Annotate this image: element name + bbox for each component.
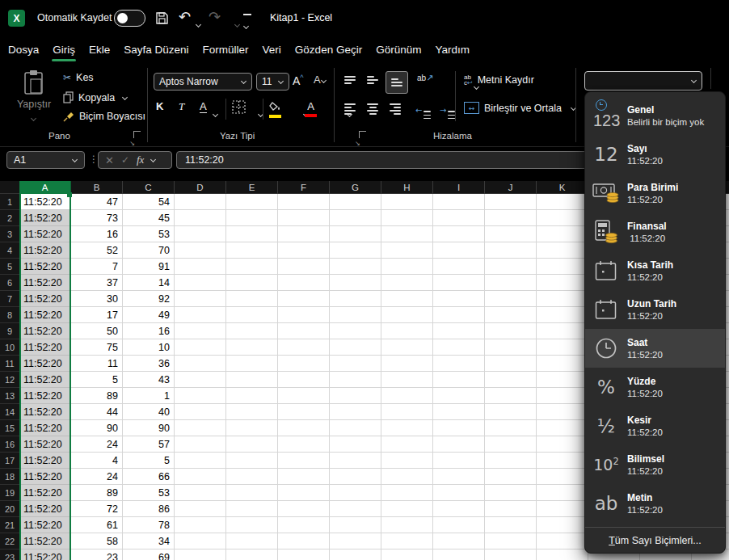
column-header-D[interactable]: D <box>175 181 226 194</box>
tab-giris[interactable]: Giriş <box>53 36 75 63</box>
cell-B10[interactable]: 75 <box>71 339 123 356</box>
cell-C17[interactable]: 5 <box>123 453 175 469</box>
insert-function-icon[interactable]: fx <box>137 154 144 166</box>
cell-C1[interactable]: 54 <box>123 194 175 210</box>
column-header-G[interactable]: G <box>330 181 381 194</box>
format-option-currency[interactable]: Para Birimi11:52:20 <box>585 174 725 213</box>
font-family-combo[interactable]: Aptos Narrow <box>154 73 252 91</box>
cell-B15[interactable]: 90 <box>71 420 123 436</box>
format-painter-button[interactable]: Biçim Boyacısı <box>63 111 145 122</box>
align-middle-icon[interactable] <box>367 76 378 84</box>
tab-gozden-gecir[interactable]: Gözden Geçir <box>295 36 362 63</box>
row-header-5[interactable]: 5 <box>0 259 19 275</box>
cell-C6[interactable]: 14 <box>123 275 175 291</box>
cell-C16[interactable]: 57 <box>123 436 175 453</box>
paste-button[interactable]: Yapıştır <box>11 69 57 124</box>
row-header-10[interactable]: 10 <box>0 339 19 356</box>
column-header-B[interactable]: B <box>71 181 123 194</box>
row-header-12[interactable]: 12 <box>0 372 19 388</box>
orientation-icon[interactable]: ab↗ <box>417 73 433 83</box>
underline-dropdown-icon[interactable] <box>213 112 218 117</box>
selected-column-a[interactable]: 11:52:2011:52:2011:52:2011:52:2011:52:20… <box>19 194 71 560</box>
format-option-percent[interactable]: %Yüzde11:52:20 <box>585 368 725 406</box>
align-left-icon[interactable] <box>344 103 356 115</box>
excel-logo-icon[interactable] <box>8 10 25 27</box>
cell-C12[interactable]: 43 <box>123 372 175 388</box>
cell-B6[interactable]: 37 <box>71 275 123 291</box>
format-option-short-date[interactable]: Kısa Tarih11:52:20 <box>585 251 725 290</box>
cell-C23[interactable]: 69 <box>123 549 175 560</box>
borders-icon[interactable] <box>232 100 246 114</box>
decrease-indent-icon[interactable]: ← <box>415 102 431 119</box>
redo-icon[interactable]: ↷ <box>209 8 221 25</box>
cell-B17[interactable]: 4 <box>71 453 123 469</box>
cell-A8[interactable]: 11:52:20 <box>21 307 70 323</box>
cell-B23[interactable]: 23 <box>71 549 123 560</box>
cell-C18[interactable]: 66 <box>123 469 175 485</box>
column-header-J[interactable]: J <box>485 181 537 194</box>
number-format-combo[interactable] <box>584 71 702 91</box>
cell-C10[interactable]: 10 <box>123 339 175 356</box>
format-option-time[interactable]: Saat11:52:20 <box>585 329 725 368</box>
cell-A7[interactable]: 11:52:20 <box>21 291 70 307</box>
font-size-combo[interactable]: 11 <box>256 73 289 91</box>
cell-A2[interactable]: 11:52:20 <box>21 210 70 226</box>
autosave-toggle[interactable] <box>114 10 145 27</box>
redo-dropdown-icon[interactable] <box>235 23 240 27</box>
row-header-16[interactable]: 16 <box>0 436 19 453</box>
cell-B4[interactable]: 52 <box>71 242 123 259</box>
cell-A1[interactable]: 11:52:20 <box>21 194 70 210</box>
decrease-font-icon[interactable]: A <box>314 74 327 86</box>
row-header-19[interactable]: 19 <box>0 485 19 501</box>
cell-A4[interactable]: 11:52:20 <box>21 242 70 259</box>
cell-B7[interactable]: 30 <box>71 291 123 307</box>
format-option-long-date[interactable]: Uzun Tarih11:52:20 <box>585 290 725 329</box>
cell-B8[interactable]: 17 <box>71 307 123 323</box>
cell-A14[interactable]: 11:52:20 <box>21 404 70 420</box>
cell-A3[interactable]: 11:52:20 <box>21 226 70 242</box>
row-header-4[interactable]: 4 <box>0 242 19 259</box>
cell-C4[interactable]: 70 <box>123 242 175 259</box>
cell-A9[interactable]: 11:52:20 <box>21 323 70 339</box>
align-top-icon[interactable] <box>344 76 356 84</box>
align-bottom-button[interactable] <box>386 71 408 94</box>
increase-font-icon[interactable]: A^ <box>293 74 304 87</box>
increase-indent-icon[interactable]: → <box>440 102 455 119</box>
merge-center-button[interactable]: ↔ Birleştir ve Ortala <box>464 102 576 114</box>
row-header-22[interactable]: 22 <box>0 533 19 549</box>
format-option-fraction[interactable]: ½Kesir11:52:20 <box>585 406 725 445</box>
all-number-formats-item[interactable]: Tüm Sayı Biçimleri... <box>585 528 725 553</box>
align-right-icon[interactable] <box>390 103 401 115</box>
undo-dropdown-icon[interactable] <box>196 23 201 27</box>
fill-color-button[interactable] <box>269 99 281 118</box>
tab-veri[interactable]: Veri <box>263 36 281 63</box>
cell-A15[interactable]: 11:52:20 <box>21 420 70 436</box>
selection-handle[interactable] <box>67 192 72 197</box>
underline-button[interactable]: A <box>200 100 207 113</box>
cell-A23[interactable]: 11:52:20 <box>21 549 70 560</box>
cell-A17[interactable]: 11:52:20 <box>21 453 70 469</box>
row-header-15[interactable]: 15 <box>0 420 19 436</box>
row-header-9[interactable]: 9 <box>0 323 19 339</box>
cell-C20[interactable]: 86 <box>123 501 175 517</box>
cell-B21[interactable]: 61 <box>71 517 123 533</box>
cell-A18[interactable]: 11:52:20 <box>21 469 70 485</box>
row-header-11[interactable]: 11 <box>0 356 19 372</box>
tab-yardim[interactable]: Yardım <box>435 36 470 63</box>
row-header-17[interactable]: 17 <box>0 453 19 469</box>
column-header-I[interactable]: I <box>433 181 485 194</box>
cell-C21[interactable]: 78 <box>123 517 175 533</box>
column-header-E[interactable]: E <box>226 181 278 194</box>
format-option-accounting[interactable]: Finansal 11:52:20 <box>585 213 725 251</box>
copy-button[interactable]: Kopyala <box>63 91 128 103</box>
cell-A16[interactable]: 11:52:20 <box>21 436 70 453</box>
cell-C15[interactable]: 90 <box>123 420 175 436</box>
cell-C11[interactable]: 36 <box>123 356 175 372</box>
cell-B12[interactable]: 5 <box>71 372 123 388</box>
cell-B9[interactable]: 50 <box>71 323 123 339</box>
cell-C3[interactable]: 53 <box>123 226 175 242</box>
row-header-2[interactable]: 2 <box>0 210 19 226</box>
cell-B19[interactable]: 89 <box>71 485 123 501</box>
cell-B22[interactable]: 58 <box>71 533 123 549</box>
cell-B13[interactable]: 89 <box>71 388 123 404</box>
